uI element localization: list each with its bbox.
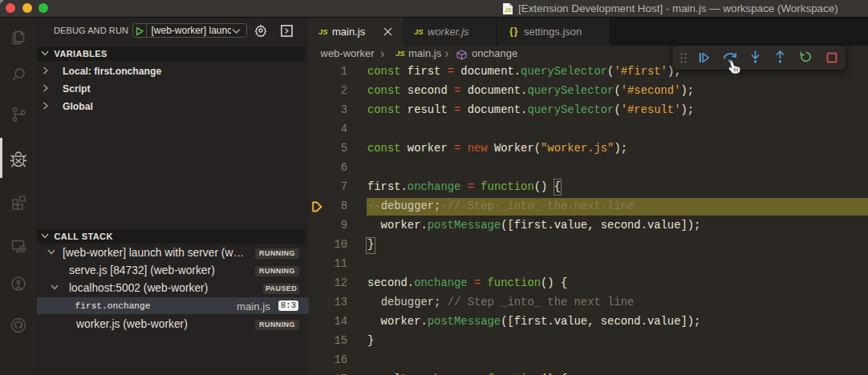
svg-text:JS: JS	[505, 7, 512, 13]
